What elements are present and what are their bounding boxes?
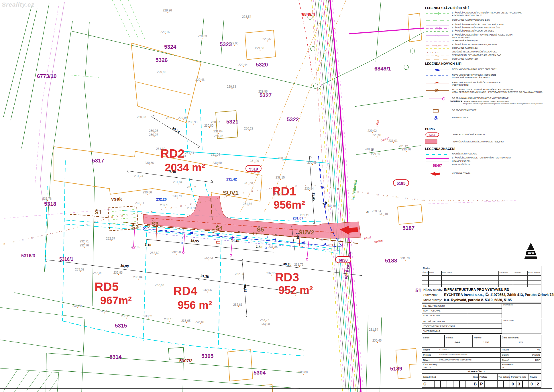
water-flow-arrow [301,241,304,244]
elevation-label: 231.19 [379,212,388,215]
legend-new-label: NOVÝ VODOVODNÍ ŘAD, HDPE DN80 SDR11 [452,68,498,70]
abandoned-line-x: × [386,194,388,197]
elevation-dot [193,124,194,124]
elevation-label: 231.88 [268,245,278,248]
water-flow-arrow [164,230,167,232]
elevation-dot [165,207,166,207]
elevation-dot [148,317,149,318]
elevation-callout: 232.26 [156,197,167,201]
order-label: Číslo zakázky [423,363,437,366]
elevation-label: 232.11 [135,201,144,205]
elevation-dot [139,177,140,178]
project-name-value: INFRASTRUKTURA PRO VÝSTAVBU RD [444,288,509,292]
elevation-dot [238,306,239,307]
legend-sample-hydrant [425,116,450,120]
elevation-label: 233.02 [75,268,84,271]
abandoned-line-x: × [131,213,133,216]
shaft-label: SUV2 [298,229,314,236]
shaft-label: Š1 [95,209,102,215]
elevation-dot [167,12,168,13]
elevation-label: 231.79 [400,256,410,260]
revision-col-header: Popis změny [442,271,452,273]
elevation-label: 232.18 [160,203,169,207]
elevation-dot [126,317,127,318]
dimension-label: 3,10 [145,243,152,247]
client-label: Stavebník: [423,293,438,297]
elevation-label: 230.79 [172,194,182,198]
dimension-label: 20,20 [172,126,180,134]
revision-col-header: Hl. inž. projektu [528,271,540,273]
legend-existing-label: STÁVAJÍCÍ VODOVODNÍ POTRUBÍ PITNÉ VODY D… [452,11,522,17]
legend-new-item: KABELOVÉ VEDENÍ NN, ŘEŠÍ ČEZ DISTRIBUCEV… [425,81,500,85]
legend-znaceni-item: 684/7PARCELNÍ ČÍSLO [425,163,470,167]
elevation-dot [80,271,80,272]
sewer-flow-arrow: « [275,232,277,236]
legend-sample-new_nn [425,81,450,85]
legend-existing-title: LEGENDA STÁVAJÍCÍCH SÍTÍ [425,6,469,10]
elevation-label: 230.45 [372,339,382,342]
elevation-dot [191,189,192,189]
legend-existing-label: STÁVAJÍCÍ STL PLYNOVOD PE 450, GREEN GAS [452,54,501,56]
legend-sample-ex_gas450 [425,54,450,58]
parcel-label: 5314 [109,354,122,360]
elevation-label: 229.96 [178,116,187,119]
parcel-label: 5188 [385,258,397,264]
drawing-frame-bottom [0,388,552,389]
legend-new-item: SO 02-SORPČNÍ VPUSŤ [425,109,476,113]
elevation-label: 230.40 [327,204,336,207]
elevation-dot [170,119,171,120]
signature-role-label: KONTROLOVAL [423,314,440,317]
dimension-label: 21,45 [312,192,316,201]
infiltration-hatch [112,209,137,224]
elevation-dot [369,150,370,151]
abandoned-line-x: × [494,199,496,202]
legend-existing-item: STÁVAJÍCÍ NADZEMNÍ VEDENÍ VO, OBEC [425,30,494,34]
info-row-value: INFRASTRUKTURA PRO VÝSTAVBU RD [439,359,472,361]
legend-existing-item: OCHRANNÉ PÁSMO VODOVOD 1.5m [425,19,490,23]
pipe-label: PE/32 [364,236,371,240]
parcel-oval-sample: 5319 [425,132,450,137]
legend-new-label: SO 02.1-KANALIZAČNÍ PŘÍPOJKA PRO VODY DE… [452,97,508,99]
abandoned-line-x: × [217,197,219,200]
parcel-label: 5189 [390,366,402,372]
code-cell [434,381,441,388]
popis-title: POPIS [425,127,435,131]
abandoned-line-x: × [314,184,316,187]
parcel-number-sample: 684/7 [425,163,450,168]
elevation-dot [260,50,260,50]
code-cell-value: B [474,382,477,386]
revision-col-header: Vypracoval [499,271,508,273]
info-row-label: Profese [423,354,431,356]
elevation-label: 232.15 [266,271,276,275]
legend-znaceni-label: STÁVAJÍCÍ KOMUNIKACE - DOPRAVNÍ INFRASTR… [452,156,511,159]
elevation-dot [104,312,105,313]
elevation-dot [218,133,219,134]
scale-value: 1:250 [483,341,489,344]
legend-existing-label: STÁVAJÍCÍ NADZEMNÍ VEDENÍ NN DO 1kV, ČEZ [452,26,500,29]
elevation-dot [165,33,166,34]
elevation-dot [271,275,272,275]
abandoned-line-x: × [468,199,469,202]
parcel-label: 5317 [92,158,104,164]
sig-col-line [468,303,468,318]
elevation-label: 231.41 [185,151,194,154]
drawing-frame-right [552,2,552,389]
elevation-dot [263,93,264,94]
elevation-label: 230.93 [137,115,146,119]
legend-znaceni-label: PARCELNÍ ČÍSLO [452,163,470,166]
legend-new-label: SO 02-KANALIZACE ODDÍLNÁ POTRUBÍ PVC KG … [452,88,543,93]
legend-existing-item: OCHRANNÉ PÁSMO 1,0m [425,47,478,51]
legend-sample-new_kanal [425,88,450,92]
elevation-dot [182,157,182,158]
abandoned-line-x: × [50,232,51,235]
elevation-label: 231.39 [156,147,165,150]
elevation-dot [217,164,218,165]
sig-col-line [468,319,468,334]
code-cell [466,381,472,388]
legend-existing-label: ZRUŠENÉ TELEKOMUNIKAČNÍ VEDENÍ OKD [452,50,497,53]
elevation-label: 232.76 [80,244,89,247]
legend-new-label: SO 02-SORPČNÍ VPUSŤ [452,109,476,111]
legend-znaceni-label: NAVRŽENÁ PARCELACE [452,152,477,155]
abandoned-line-x: × [337,187,339,191]
parcel-oval-label: 5185 [396,181,405,186]
